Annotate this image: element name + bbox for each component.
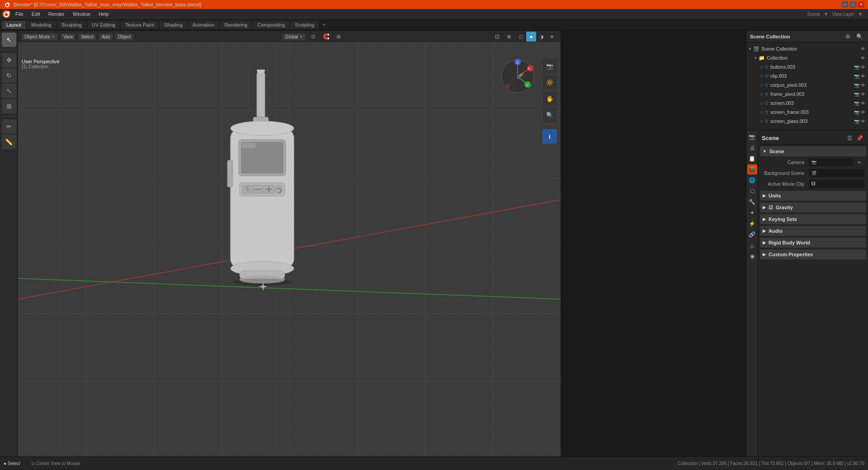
units-section-header[interactable]: ▶ Units xyxy=(760,191,866,201)
viewport-select-button[interactable]: Select xyxy=(78,33,96,40)
outliner-item-frame-pivot[interactable]: ▷ ▽ frame_pivot.003 📷 👁 xyxy=(746,89,868,99)
props-object-icon[interactable]: ⬡ xyxy=(747,186,757,196)
viewport-object-button[interactable]: Object xyxy=(115,33,134,40)
background-scene-field[interactable]: 🎬 xyxy=(809,169,864,177)
buttons-vis[interactable]: 👁 xyxy=(860,64,866,70)
viewport-lock-button[interactable]: 🖐 xyxy=(542,91,557,106)
active-movie-clip-field[interactable]: 🎞 xyxy=(809,180,864,188)
blender-menu-logo[interactable] xyxy=(2,9,11,19)
corpus-vis[interactable]: 👁 xyxy=(860,82,866,88)
collection-vis[interactable]: 👁 xyxy=(860,55,866,61)
scene-collection-vis[interactable]: 👁 xyxy=(860,46,866,52)
outliner-collection[interactable]: ▼ 📁 Collection 👁 xyxy=(746,53,868,62)
camera-eyedropper[interactable]: ✏ xyxy=(854,157,864,167)
outliner-item-screen-glass[interactable]: ▷ ▽ screen_glass.003 📷 👁 xyxy=(746,117,868,126)
screen-glass-camera-vis[interactable]: 📷 xyxy=(854,118,860,124)
outliner-search-button[interactable]: 🔍 xyxy=(854,32,864,42)
tool-annotate[interactable]: ✏ xyxy=(2,119,16,134)
tool-select[interactable]: ↖ xyxy=(2,33,16,47)
props-world-icon[interactable]: 🌐 xyxy=(747,175,757,185)
props-material-icon[interactable]: ◉ xyxy=(747,251,757,261)
show-gizmos-button[interactable]: ⊕ xyxy=(504,32,514,42)
tab-compositing[interactable]: Compositing xyxy=(253,21,289,29)
props-data-icon[interactable]: △ xyxy=(747,240,757,250)
audio-section-header[interactable]: ▶ Audio xyxy=(760,226,866,236)
screen-vis[interactable]: 👁 xyxy=(860,100,866,106)
keying-sets-section-header[interactable]: ▶ Keying Sets xyxy=(760,214,866,224)
menu-edit[interactable]: Edit xyxy=(28,10,44,18)
menu-window[interactable]: Window xyxy=(69,10,94,18)
tool-move[interactable]: ✥ xyxy=(2,53,16,67)
nav-gizmo[interactable]: X Y Z xyxy=(500,58,536,94)
camera-field[interactable]: 📷 xyxy=(809,158,853,166)
pivot-point-button[interactable]: ⊙ xyxy=(308,32,318,42)
gravity-section-header[interactable]: ▶ ☑ Gravity xyxy=(760,202,866,212)
corpus-camera-vis[interactable]: 📷 xyxy=(854,82,860,88)
menu-help[interactable]: Help xyxy=(95,10,113,18)
render-region-button[interactable]: 🔆 xyxy=(542,75,557,89)
props-panel-menu[interactable]: ☰ xyxy=(844,133,854,143)
outliner-item-clip[interactable]: ▷ ▽ clip.003 📷 👁 xyxy=(746,71,868,80)
viewport-view-button[interactable]: View xyxy=(61,33,76,40)
tab-texture-paint[interactable]: Texture Paint xyxy=(121,21,159,29)
snap-button[interactable]: 🧲 xyxy=(321,32,331,42)
material-shading-button[interactable]: ◑ xyxy=(537,32,547,42)
outliner-scene-collection[interactable]: ▼ 🎬 Scene Collection 👁 xyxy=(746,44,868,53)
tab-shading[interactable]: Shading xyxy=(160,21,187,29)
tool-transform[interactable]: ⊞ xyxy=(2,99,16,113)
outliner-item-screen[interactable]: ▷ ▽ screen.003 📷 👁 xyxy=(746,99,868,108)
tab-animation[interactable]: Animation xyxy=(188,21,219,29)
rigid-body-world-section-header[interactable]: ▶ Rigid Body World xyxy=(760,238,866,248)
viewport-zoom-button[interactable]: 🔍 xyxy=(542,108,557,122)
minimize-button[interactable]: ─ xyxy=(842,1,848,8)
outliner-item-buttons[interactable]: ▷ ▽ buttons.003 📷 👁 xyxy=(746,62,868,71)
tab-modeling[interactable]: Modeling xyxy=(27,21,56,29)
outliner-item-corpus[interactable]: ▷ ▽ corpus_pivot.003 📷 👁 xyxy=(746,80,868,89)
screen-camera-vis[interactable]: 📷 xyxy=(854,100,860,106)
tool-scale[interactable]: ⤡ xyxy=(2,84,16,98)
tool-rotate[interactable]: ↻ xyxy=(2,68,16,83)
tab-uv-editing[interactable]: UV Editing xyxy=(87,21,120,29)
screen-frame-camera-vis[interactable]: 📷 xyxy=(854,109,860,115)
frame-pivot-camera-vis[interactable]: 📷 xyxy=(854,91,860,97)
proportional-edit-button[interactable]: ⊚ xyxy=(334,32,344,42)
props-scene-icon[interactable]: 🎬 xyxy=(747,164,757,174)
menu-render[interactable]: Render xyxy=(45,10,68,18)
scene-section-header[interactable]: ▼ Scene xyxy=(760,146,866,156)
outliner-filter-button[interactable]: ⚙ xyxy=(843,32,853,42)
global-transform-button[interactable]: Global ▼ xyxy=(282,33,306,40)
object-mode-button[interactable]: Object Mode ▼ xyxy=(22,33,58,40)
viewport-canvas[interactable]: User Perspective (1) Collection X Y Z xyxy=(18,42,561,456)
props-viewlayer-icon[interactable]: 📋 xyxy=(747,154,757,164)
screen-glass-vis[interactable]: 👁 xyxy=(860,118,866,124)
buttons-camera-vis[interactable]: 📷 xyxy=(854,64,860,70)
screen-frame-vis[interactable]: 👁 xyxy=(860,109,866,115)
viewport[interactable]: Object Mode ▼ View Select Add Object Glo… xyxy=(18,31,561,456)
camera-view-button[interactable]: 📷 xyxy=(542,59,557,73)
clip-camera-vis[interactable]: 📷 xyxy=(854,73,860,79)
props-output-icon[interactable]: 🖨 xyxy=(747,143,757,153)
props-constraints-icon[interactable]: 🔗 xyxy=(747,230,757,240)
tab-layout[interactable]: Layout xyxy=(2,21,26,29)
add-workspace-button[interactable]: + xyxy=(320,20,329,29)
scene-selector[interactable]: Scene ▼ View Layer ▼ xyxy=(807,12,866,17)
clip-vis[interactable]: 👁 xyxy=(860,73,866,79)
tab-sculpting[interactable]: Sculpting xyxy=(57,21,86,29)
close-button[interactable]: ✕ xyxy=(858,1,864,8)
props-physics-icon[interactable]: ⚡ xyxy=(747,219,757,229)
viewport-add-button[interactable]: Add xyxy=(99,33,113,40)
frame-pivot-vis[interactable]: 👁 xyxy=(860,91,866,97)
viewport-info-button[interactable]: i xyxy=(542,129,557,144)
show-overlays-button[interactable]: ⊡ xyxy=(492,32,502,42)
tab-scripting[interactable]: Scripting xyxy=(290,21,319,29)
props-modifier-icon[interactable]: 🔧 xyxy=(747,197,757,207)
menu-file[interactable]: File xyxy=(12,10,27,18)
solid-shading-button[interactable]: ● xyxy=(526,32,536,42)
outliner-item-screen-frame[interactable]: ▷ ▽ screen_frame.003 📷 👁 xyxy=(746,108,868,117)
rendered-shading-button[interactable]: ☀ xyxy=(547,32,557,42)
custom-properties-section-header[interactable]: ▶ Custom Properties xyxy=(760,249,866,259)
props-particles-icon[interactable]: ✦ xyxy=(747,208,757,218)
props-panel-pin[interactable]: 📌 xyxy=(854,133,864,143)
tool-measure[interactable]: 📏 xyxy=(2,135,16,149)
tab-rendering[interactable]: Rendering xyxy=(220,21,252,29)
